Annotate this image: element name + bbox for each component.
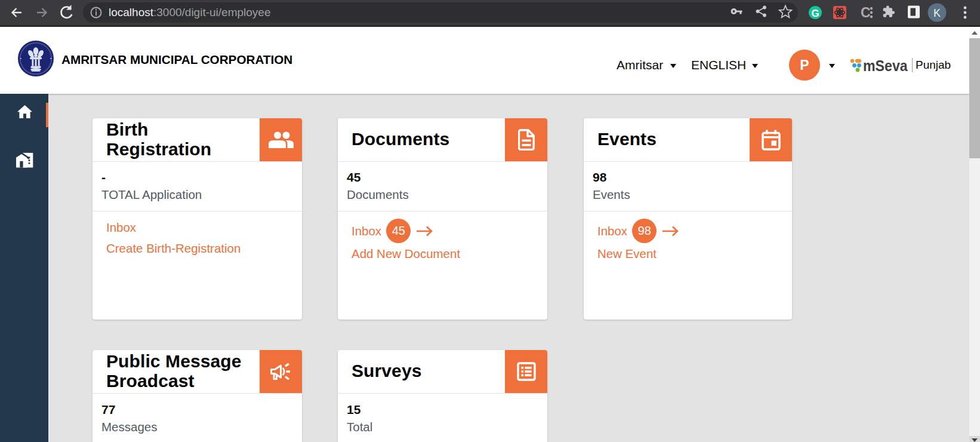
svg-text:K: K <box>933 7 941 19</box>
svg-text:G: G <box>811 8 819 19</box>
svg-text:C: C <box>861 5 871 20</box>
